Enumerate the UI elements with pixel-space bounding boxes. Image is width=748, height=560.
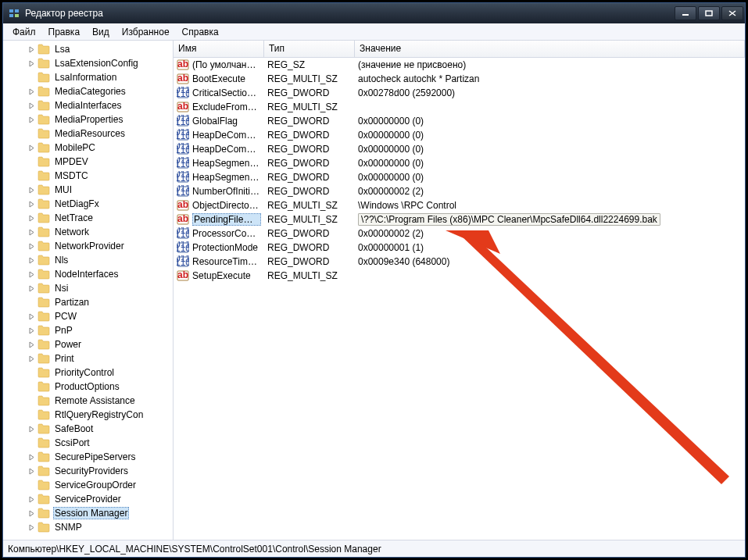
expand-icon[interactable] [27, 466, 36, 476]
tree-item[interactable]: PCW [3, 309, 173, 323]
menu-favorites[interactable]: Избранное [116, 25, 176, 39]
expand-icon[interactable] [27, 480, 36, 490]
tree-item[interactable]: SecurePipeServers [3, 450, 173, 464]
value-row[interactable]: ab(По умолчанию)REG_SZ(значение не присв… [174, 58, 745, 72]
expand-icon[interactable] [27, 368, 36, 377]
expand-icon[interactable] [27, 45, 36, 54]
tree-item[interactable]: Nsi [3, 281, 173, 295]
expand-icon[interactable] [27, 410, 36, 419]
values-list[interactable]: ab(По умолчанию)REG_SZ(значение не присв… [174, 58, 745, 540]
tree-item[interactable]: LsaExtensionConfig [3, 56, 173, 70]
tree-item[interactable]: Nls [3, 253, 173, 267]
tree-item[interactable]: MUI [3, 183, 173, 197]
tree-item[interactable]: MediaProperties [3, 112, 173, 127]
expand-icon[interactable] [27, 227, 36, 237]
column-type[interactable]: Тип [264, 41, 355, 57]
expand-icon[interactable] [27, 382, 36, 391]
value-row[interactable]: 011110HeapSegmentR...REG_DWORD0x00000000… [174, 170, 745, 184]
expand-icon[interactable] [27, 241, 36, 251]
value-row[interactable]: abExcludeFromKn...REG_MULTI_SZ [174, 100, 745, 114]
tree-item[interactable]: MPDEV [3, 155, 173, 169]
expand-icon[interactable] [27, 452, 36, 462]
expand-icon[interactable] [27, 354, 36, 363]
expand-icon[interactable] [27, 438, 36, 448]
tree-item[interactable]: PriorityControl [3, 366, 173, 380]
registry-tree[interactable]: LsaLsaExtensionConfigLsaInformationMedia… [3, 41, 173, 540]
expand-icon[interactable] [27, 171, 36, 180]
tree-item[interactable]: SafeBoot [3, 422, 173, 436]
expand-icon[interactable] [27, 199, 36, 209]
tree-item[interactable]: RtlQueryRegistryCon [3, 408, 173, 422]
value-row[interactable]: 011110NumberOfInitial...REG_DWORD0x00000… [174, 184, 745, 198]
expand-icon[interactable] [27, 157, 36, 166]
expand-icon[interactable] [27, 340, 36, 349]
expand-icon[interactable] [27, 396, 36, 405]
menu-file[interactable]: Файл [6, 25, 42, 39]
tree-item[interactable]: MobilePC [3, 141, 173, 155]
menu-edit[interactable]: Правка [42, 25, 87, 39]
expand-icon[interactable] [27, 424, 36, 433]
title-bar[interactable]: Редактор реестра [3, 3, 745, 23]
value-row[interactable]: 011110HeapDeCommit...REG_DWORD0x00000000… [174, 142, 745, 156]
tree-item[interactable]: ScsiPort [3, 436, 173, 450]
column-value[interactable]: Значение [355, 41, 745, 57]
expand-icon[interactable] [27, 73, 36, 82]
tree-item[interactable]: NetDiagFx [3, 197, 173, 211]
value-row[interactable]: abPendingFileRen...REG_MULTI_SZ\??\C:\Pr… [174, 212, 745, 226]
expand-icon[interactable] [27, 115, 36, 124]
value-row[interactable]: 011110HeapDeCommit...REG_DWORD0x00000000… [174, 128, 745, 142]
tree-item[interactable]: MediaInterfaces [3, 98, 173, 112]
minimize-button[interactable] [675, 6, 696, 20]
tree-item[interactable]: LsaInformation [3, 70, 173, 84]
tree-item[interactable]: SecurityProviders [3, 464, 173, 478]
expand-icon[interactable] [27, 312, 36, 321]
tree-item[interactable]: ServiceGroupOrder [3, 478, 173, 492]
value-row[interactable]: 011110ResourceTimeo...REG_DWORD0x0009e34… [174, 255, 745, 269]
value-row[interactable]: 011110CriticalSectionTi...REG_DWORD0x002… [174, 86, 745, 100]
menu-view[interactable]: Вид [86, 25, 116, 39]
tree-item[interactable]: ServiceProvider [3, 492, 173, 506]
tree-item[interactable]: Session Manager [3, 506, 173, 520]
expand-icon[interactable] [27, 284, 36, 293]
expand-icon[interactable] [27, 101, 36, 110]
tree-item[interactable]: ProductOptions [3, 380, 173, 394]
tree-item[interactable]: MediaCategories [3, 84, 173, 98]
tree-item[interactable]: NetTrace [3, 211, 173, 225]
value-row[interactable]: 011110GlobalFlagREG_DWORD0x00000000 (0) [174, 114, 745, 128]
expand-icon[interactable] [27, 269, 36, 279]
close-button[interactable] [721, 6, 743, 20]
expand-icon[interactable] [27, 523, 36, 532]
tree-item[interactable]: Print [3, 351, 173, 366]
value-row[interactable]: abObjectDirectoriesREG_MULTI_SZ\Windows … [174, 198, 745, 212]
expand-icon[interactable] [27, 185, 36, 194]
value-row[interactable]: 011110HeapSegmentC...REG_DWORD0x00000000… [174, 156, 745, 170]
expand-icon[interactable] [27, 143, 36, 152]
tree-item[interactable]: NetworkProvider [3, 239, 173, 253]
menu-help[interactable]: Справка [176, 25, 225, 39]
expand-icon[interactable] [27, 213, 36, 223]
expand-icon[interactable] [27, 494, 36, 504]
maximize-button[interactable] [698, 6, 720, 20]
tree-item[interactable]: MediaResources [3, 127, 173, 141]
tree-item[interactable]: Remote Assistance [3, 394, 173, 408]
value-row[interactable]: 011110ProcessorControlREG_DWORD0x0000000… [174, 226, 745, 241]
expand-icon[interactable] [27, 129, 36, 138]
expand-icon[interactable] [27, 255, 36, 265]
expand-icon[interactable] [27, 508, 36, 518]
value-row[interactable]: abBootExecuteREG_MULTI_SZautocheck autoc… [174, 72, 745, 86]
tree-item[interactable]: Network [3, 225, 173, 239]
tree-item[interactable]: Partizan [3, 295, 173, 309]
column-name[interactable]: Имя [174, 41, 264, 57]
expand-icon[interactable] [27, 87, 36, 96]
tree-item[interactable]: MSDTC [3, 169, 173, 183]
expand-icon[interactable] [27, 298, 36, 307]
value-row[interactable]: abSetupExecuteREG_MULTI_SZ [174, 269, 745, 283]
tree-item[interactable]: Power [3, 337, 173, 351]
tree-item[interactable]: NodeInterfaces [3, 267, 173, 281]
expand-icon[interactable] [27, 326, 36, 335]
tree-item[interactable]: SNMP [3, 520, 173, 534]
expand-icon[interactable] [27, 59, 36, 68]
value-row[interactable]: 011110ProtectionModeREG_DWORD0x00000001 … [174, 241, 745, 255]
tree-item[interactable]: PnP [3, 323, 173, 337]
tree-item[interactable]: Lsa [3, 42, 173, 56]
